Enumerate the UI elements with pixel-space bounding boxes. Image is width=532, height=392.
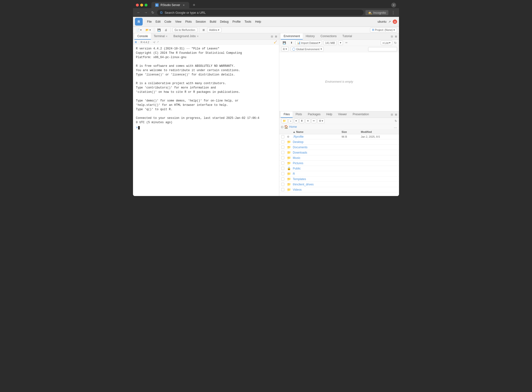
- files-delete-button[interactable]: ✕: [305, 119, 310, 123]
- tab-plots[interactable]: Plots: [293, 111, 305, 118]
- maximize-files-panel-button[interactable]: ⊞: [394, 113, 398, 117]
- files-rename-button[interactable]: ✏: [311, 119, 316, 123]
- print-button[interactable]: 🖨: [163, 28, 169, 32]
- file-name[interactable]: Documents: [293, 146, 342, 149]
- file-name[interactable]: Templates: [293, 177, 342, 181]
- file-name[interactable]: R: [293, 172, 342, 176]
- console-clear-button[interactable]: 🧹: [274, 41, 277, 44]
- minimize-window-button[interactable]: [140, 4, 143, 7]
- r-language-select[interactable]: R ▾: [281, 47, 289, 51]
- tab-viewer[interactable]: Viewer: [335, 111, 350, 118]
- list-view-button[interactable]: ≡ List ▾: [381, 41, 392, 45]
- home-path-label[interactable]: Home: [289, 125, 297, 128]
- col-modified[interactable]: Modified: [361, 130, 397, 133]
- tab-console[interactable]: Console: [134, 33, 151, 40]
- file-name[interactable]: Downloads: [293, 151, 342, 154]
- open-file-button[interactable]: 📂▾: [144, 28, 152, 32]
- project-button[interactable]: R Project: (None) ▾: [370, 28, 397, 32]
- console-prompt-line[interactable]: >: [136, 126, 276, 130]
- file-checkbox[interactable]: [281, 146, 284, 149]
- file-name[interactable]: Pictures: [293, 162, 342, 165]
- menu-debug[interactable]: Debug: [219, 20, 230, 24]
- goto-file-input[interactable]: Go to file/function: [172, 28, 197, 32]
- tab-terminal[interactable]: Terminal ✕: [151, 33, 170, 40]
- background-jobs-tab-close[interactable]: ✕: [197, 35, 199, 38]
- files-add-dropdown[interactable]: ▾: [294, 119, 298, 123]
- file-name[interactable]: Public: [293, 167, 342, 170]
- tab-packages[interactable]: Packages: [305, 111, 323, 118]
- home-icon[interactable]: 🏠: [284, 125, 288, 129]
- file-checkbox[interactable]: [281, 172, 284, 175]
- file-checkbox[interactable]: [281, 183, 284, 186]
- file-name[interactable]: thinclient_drives: [293, 183, 342, 186]
- incognito-button[interactable]: 🕵 Incognito: [365, 10, 388, 15]
- file-checkbox[interactable]: [281, 156, 284, 159]
- import-dataset-button[interactable]: 📊 Import Dataset ▾: [295, 41, 322, 45]
- minimize-files-panel-button[interactable]: ⊟: [390, 113, 393, 117]
- console-link-icon[interactable]: ↗: [157, 41, 159, 44]
- files-more-actions-button[interactable]: ⚙▾: [317, 119, 325, 123]
- col-name[interactable]: ▲ Name: [293, 130, 342, 133]
- tab-environment[interactable]: Environment: [281, 33, 303, 40]
- forward-button[interactable]: →: [143, 10, 148, 15]
- active-tab[interactable]: R RStudio Server ✕: [151, 2, 189, 8]
- file-checkbox[interactable]: [281, 162, 284, 165]
- power-button[interactable]: ⏻: [393, 20, 397, 24]
- memory-info-button[interactable]: ▾: [338, 41, 343, 45]
- file-name[interactable]: Desktop: [293, 140, 342, 144]
- file-name[interactable]: Music: [293, 156, 342, 160]
- minimize-left-panel-button[interactable]: ⊟: [270, 34, 273, 39]
- files-refresh-button[interactable]: ↻: [395, 119, 397, 123]
- file-checkbox[interactable]: [281, 151, 284, 154]
- env-refresh-button[interactable]: ↻: [394, 41, 397, 45]
- env-load-button[interactable]: ⬆: [289, 41, 294, 45]
- tab-close-button[interactable]: ✕: [182, 3, 185, 7]
- files-more-button[interactable]: …: [394, 125, 397, 129]
- new-folder-button[interactable]: 📁: [281, 119, 287, 123]
- tab-background-jobs[interactable]: Background Jobs ✕: [170, 33, 202, 40]
- new-tab-button[interactable]: +: [191, 3, 197, 8]
- global-environment-select[interactable]: Global Environment ▾: [291, 47, 324, 51]
- env-save-button[interactable]: 💾: [281, 41, 287, 45]
- fullscreen-window-button[interactable]: [145, 4, 147, 7]
- addins-button[interactable]: Addins ▾: [207, 28, 222, 32]
- grid-icon[interactable]: ⊞: [201, 28, 206, 32]
- col-size[interactable]: Size: [342, 130, 361, 133]
- file-checkbox[interactable]: [281, 140, 284, 143]
- env-search-input[interactable]: [368, 47, 397, 51]
- reload-button[interactable]: ↻: [150, 10, 155, 15]
- file-checkbox[interactable]: [281, 167, 284, 170]
- file-checkbox[interactable]: [281, 177, 284, 181]
- menu-plots[interactable]: Plots: [184, 20, 193, 24]
- address-bar[interactable]: G Search Google or type a URL: [157, 10, 364, 15]
- tab-tutorial[interactable]: Tutorial: [340, 33, 355, 40]
- menu-help[interactable]: Help: [254, 20, 263, 24]
- file-checkbox[interactable]: [281, 188, 284, 191]
- tab-files[interactable]: Files: [281, 111, 293, 118]
- files-upload-button[interactable]: ⬆: [299, 119, 304, 123]
- menu-build[interactable]: Build: [208, 20, 218, 24]
- files-checkbox[interactable]: □: [281, 125, 283, 129]
- menu-tools[interactable]: Tools: [243, 20, 253, 24]
- maximize-env-panel-button[interactable]: ⊞: [394, 34, 398, 39]
- tab-help[interactable]: Help: [323, 111, 335, 118]
- menu-session[interactable]: Session: [194, 20, 207, 24]
- browser-menu-button[interactable]: ⋮: [390, 10, 396, 15]
- terminal-tab-close[interactable]: ✕: [166, 35, 168, 38]
- menu-edit[interactable]: Edit: [154, 20, 162, 24]
- menu-profile[interactable]: Profile: [231, 20, 242, 24]
- file-checkbox[interactable]: [281, 135, 284, 138]
- files-add-button[interactable]: +: [288, 119, 293, 123]
- new-file-button[interactable]: 📄▾: [135, 28, 143, 32]
- maximize-left-panel-button[interactable]: ⊞: [274, 34, 278, 39]
- save-button[interactable]: 💾: [156, 28, 162, 32]
- env-edit-button[interactable]: ✏: [345, 41, 348, 44]
- tab-menu-button[interactable]: ▾: [391, 3, 396, 7]
- tab-history[interactable]: History: [303, 33, 317, 40]
- tab-connections[interactable]: Connections: [318, 33, 340, 40]
- tab-presentation[interactable]: Presentation: [350, 111, 372, 118]
- menu-file[interactable]: File: [146, 20, 153, 24]
- menu-code[interactable]: Code: [163, 20, 173, 24]
- external-link-icon[interactable]: ↗: [388, 20, 391, 23]
- back-button[interactable]: ←: [136, 10, 141, 15]
